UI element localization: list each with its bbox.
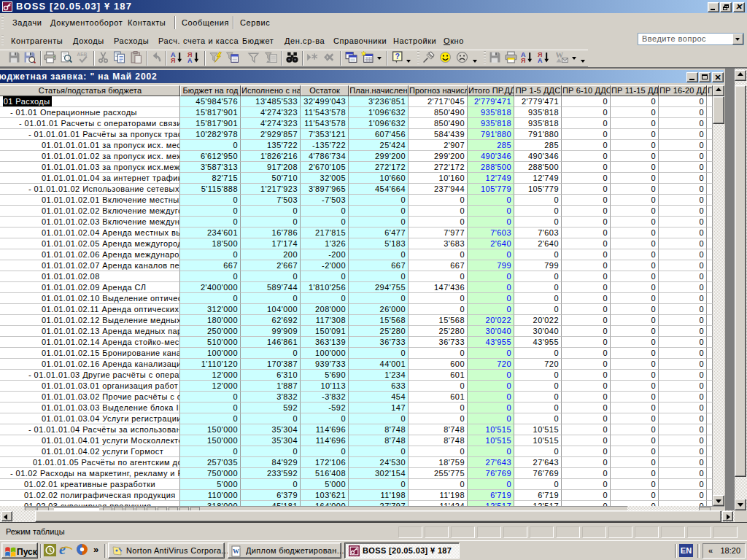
- svg-text:А: А: [187, 57, 193, 63]
- svg-text:А: А: [538, 57, 543, 63]
- svg-text:Я: Я: [171, 57, 175, 63]
- svg-text:?: ?: [395, 52, 400, 61]
- svg-text:e: e: [59, 542, 66, 556]
- svg-text:Я: Я: [521, 57, 525, 63]
- svg-text:W: W: [233, 548, 239, 555]
- svg-text:АБВ: АБВ: [77, 52, 88, 57]
